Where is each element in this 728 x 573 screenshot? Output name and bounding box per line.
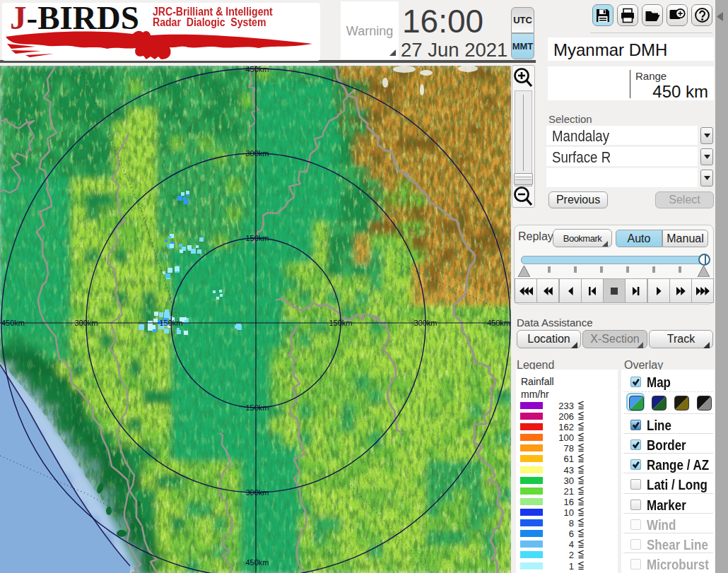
svg-text:450km: 450km xyxy=(487,319,510,327)
svg-text:300km: 300km xyxy=(413,319,437,327)
svg-text:450km: 450km xyxy=(1,319,25,327)
svg-text:150km: 150km xyxy=(245,403,269,412)
svg-text:300km: 300km xyxy=(74,319,98,327)
svg-text:150km: 150km xyxy=(245,234,269,242)
svg-text:450km: 450km xyxy=(245,558,269,567)
svg-text:300km: 300km xyxy=(245,488,269,497)
svg-text:150km: 150km xyxy=(329,319,352,327)
svg-text:450km: 450km xyxy=(245,66,269,73)
svg-text:150km: 150km xyxy=(159,319,182,327)
svg-text:300km: 300km xyxy=(245,149,269,158)
